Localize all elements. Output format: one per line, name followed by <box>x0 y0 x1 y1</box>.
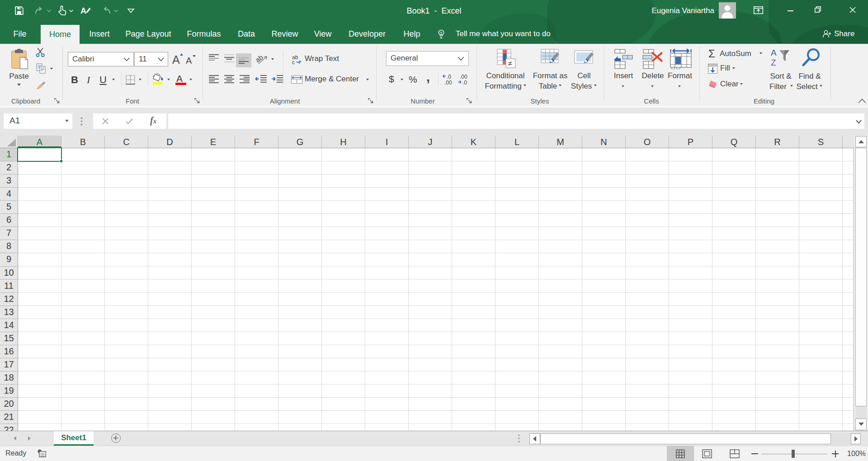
svg-text:.00: .00 <box>460 74 467 80</box>
svg-text:A: A <box>771 48 777 57</box>
svg-text:.0: .0 <box>462 80 467 85</box>
svg-text:A: A <box>80 6 86 15</box>
svg-text:A: A <box>176 73 183 84</box>
svg-text:A: A <box>186 56 192 65</box>
svg-text:≠: ≠ <box>508 60 512 67</box>
svg-text:A: A <box>172 53 180 65</box>
svg-text:Z: Z <box>771 58 776 67</box>
svg-text:.00: .00 <box>444 80 452 85</box>
svg-text:.0: .0 <box>447 74 451 80</box>
svg-text:c: c <box>292 59 295 65</box>
